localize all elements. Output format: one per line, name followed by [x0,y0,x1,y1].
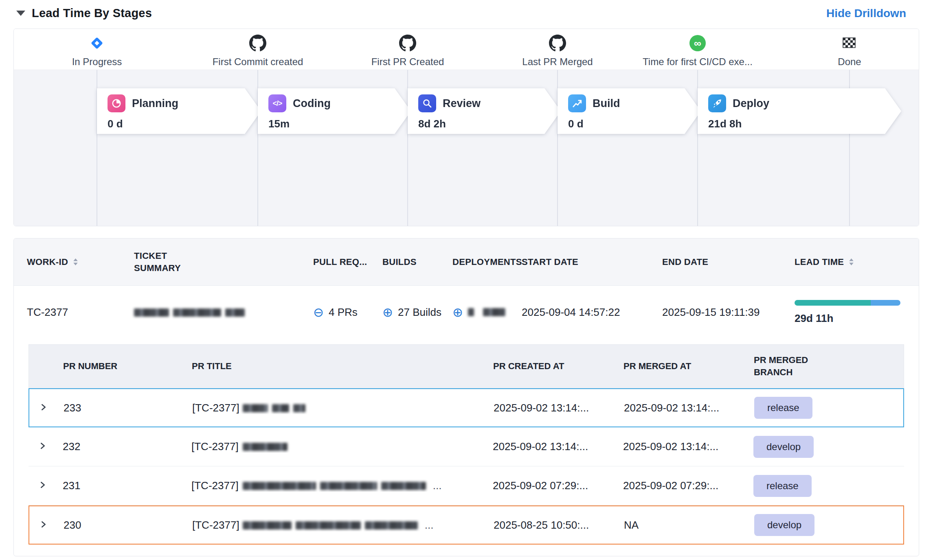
planning-icon [108,94,125,112]
header-builds: BUILDS [370,257,440,267]
milestone-last-pr-merged: Last PR Merged [484,34,631,68]
lead-time-sort[interactable]: LEAD TIME [795,257,854,267]
chevron-right-icon[interactable] [39,520,48,529]
build-icon [568,94,586,112]
header-lead-time: LEAD TIME [782,257,919,267]
cicd-link-glyph: ∞ [689,35,706,51]
pr-row-233[interactable]: 233 [TC-2377] 2025-09-02 13:14:... 2025-… [29,388,904,427]
stage-name: Planning [132,97,178,110]
pr-title: [TC-2377] ... [170,519,472,532]
lead-time-bar [795,300,900,306]
pr-created-at: 2025-09-02 13:14:... [472,402,602,414]
stage-name: Coding [293,97,331,110]
code-glyph: </> [272,99,282,108]
pr-table-header: PR NUMBER PR TITLE PR CREATED AT PR MERG… [29,344,904,388]
github-icon [399,34,416,52]
pr-created-at: 2025-09-02 13:14:... [471,440,601,453]
in-progress-icon [90,34,104,52]
pr-number: 232 [51,440,169,453]
header-ticket-summary: TICKET SUMMARY [122,250,301,274]
ticket-summary-redacted [122,306,301,319]
start-date-value: 2025-09-04 14:57:22 [509,306,650,319]
hide-drilldown-link[interactable]: Hide Drilldown [826,7,906,20]
header-end-date: END DATE [650,257,782,267]
lead-time-cell: 29d 11h [782,300,919,325]
stage-duration: 0 d [108,118,261,130]
deploy-rocket-icon [708,94,726,112]
deployments-toggle[interactable]: ⊕ [452,306,509,319]
milestone-first-pr: First PR Created [334,34,481,68]
milestone-label: Last PR Merged [522,56,593,68]
branch-badge: release [753,475,812,497]
stage-duration: 15m [268,118,411,130]
work-table-header: WORK-ID TICKET SUMMARY PULL REQ... BUILD… [14,238,919,286]
milestone-cicd: ∞ Time for first CI/CD exe... [624,34,771,68]
header-pr-merged: PR MERGED AT [602,361,732,372]
milestone-label: First Commit created [213,56,303,68]
header-pr-number: PR NUMBER [52,361,170,372]
milestone-done: Done [776,34,919,68]
header-pr-branch: PR MERGED BRANCH [732,354,904,378]
stage-track: Planning 0 d </> Coding 15m [14,70,919,226]
pr-row-232[interactable]: 232 [TC-2377] 2025-09-02 13:14:... 2025-… [29,427,904,466]
milestone-label: First PR Created [371,56,444,68]
github-icon [249,34,266,52]
pr-title: [TC-2377] ... [169,479,471,492]
stage-review: Review 8d 2h [408,88,561,134]
cicd-icon: ∞ [689,34,706,52]
chevron-right-icon[interactable] [39,403,48,411]
collapse-circle-icon[interactable]: ⊖ [313,306,324,319]
work-id-value: TC-2377 [14,306,122,319]
pr-title: [TC-2377] [170,402,472,414]
pr-number: 233 [52,402,170,414]
stage-name: Build [593,97,620,110]
pr-created-at: 2025-09-02 07:29:... [471,479,601,492]
checkered-flag-icon [843,34,856,52]
pr-title: [TC-2377] [169,440,471,453]
chevron-right-icon[interactable] [38,481,47,489]
work-id-sort[interactable]: WORK-ID [27,257,78,267]
pr-number: 230 [52,519,170,532]
stage-deploy: Deploy 21d 8h [698,88,901,134]
section-header: Lead Time By Stages Hide Drilldown [16,7,906,20]
lead-time-value: 29d 11h [795,312,919,325]
header-pr-created: PR CREATED AT [471,361,602,372]
chevron-right-icon[interactable] [38,442,47,450]
builds-count: 27 Builds [398,306,441,319]
collapse-triangle-icon[interactable] [16,11,25,16]
milestone-label: In Progress [72,56,122,68]
pr-merged-at: 2025-09-02 07:29:... [601,479,731,492]
header-work-id: WORK-ID [14,257,122,267]
stage-name: Deploy [733,97,769,110]
builds-toggle[interactable]: ⊕ 27 Builds [382,306,440,319]
pr-number: 231 [51,479,169,492]
pr-row-231[interactable]: 231 [TC-2377] ... 2025-09-02 07:29:... 2… [29,466,904,505]
expand-circle-icon[interactable]: ⊕ [452,306,463,319]
pr-created-at: 2025-08-25 10:50:... [472,519,602,532]
stage-build: Build 0 d [558,88,701,134]
lead-time-drilldown-page: Lead Time By Stages Hide Drilldown In Pr… [0,0,933,560]
stage-duration: 0 d [568,118,701,130]
branch-badge: release [754,397,812,419]
pr-merged-at: NA [602,519,732,532]
lead-time-stages-panel: In Progress First Commit created First P… [13,28,919,226]
expand-circle-icon[interactable]: ⊕ [382,306,393,319]
branch-badge: develop [753,436,814,458]
milestone-first-commit: First Commit created [184,34,331,68]
github-icon [549,34,566,52]
milestone-label: Time for first CI/CD exe... [643,56,753,68]
review-icon [418,94,436,112]
stage-planning: Planning 0 d [97,88,261,134]
pr-drilldown-table: PR NUMBER PR TITLE PR CREATED AT PR MERG… [29,344,904,545]
work-item-row[interactable]: TC-2377 ⊖ 4 PRs ⊕ 27 Builds ⊕ [14,286,919,339]
milestone-row: In Progress First Commit created First P… [14,29,919,70]
milestone-in-progress: In Progress [24,34,170,68]
work-items-panel: WORK-ID TICKET SUMMARY PULL REQ... BUILD… [13,238,919,556]
stage-name: Review [443,97,481,110]
pr-merged-at: 2025-09-02 13:14:... [601,440,731,453]
pr-row-230[interactable]: 230 [TC-2377] ... 2025-08-25 10:50:... N… [29,505,904,545]
header-pr-title: PR TITLE [170,361,471,372]
page-title: Lead Time By Stages [32,7,152,20]
stage-duration: 8d 2h [418,118,561,130]
pull-requests-toggle[interactable]: ⊖ 4 PRs [313,306,370,319]
